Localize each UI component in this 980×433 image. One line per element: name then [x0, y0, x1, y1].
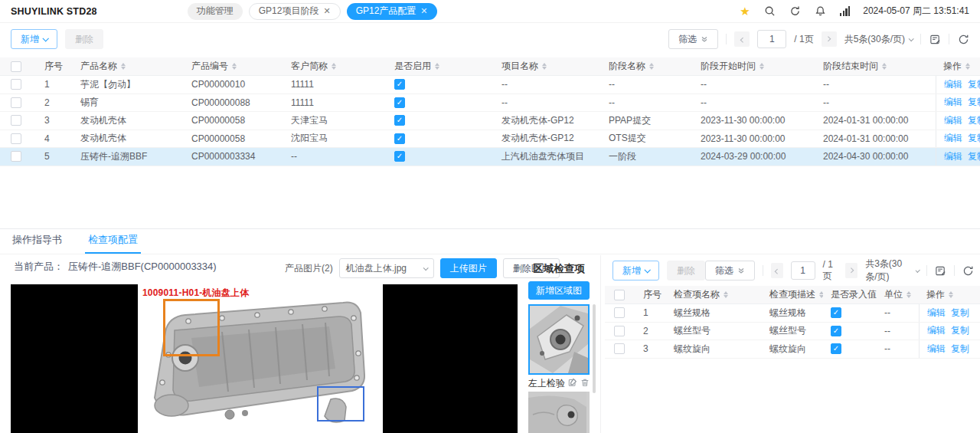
check-item-row[interactable]: 3螺纹旋向螺纹旋向✓--编辑复制	[605, 340, 980, 359]
column-header[interactable]: 是否启用	[387, 57, 494, 75]
column-header[interactable]: 产品编号	[184, 57, 283, 75]
region-scrollbar[interactable]	[593, 304, 596, 393]
enabled-checkbox[interactable]: ✓	[394, 97, 405, 108]
value-entry-checkbox[interactable]: ✓	[831, 343, 841, 354]
sort-icon[interactable]	[906, 289, 911, 300]
row-checkbox[interactable]	[11, 133, 21, 144]
check-prev-page-button[interactable]	[771, 263, 783, 278]
check-select-all-checkbox[interactable]	[614, 290, 625, 300]
edit-link[interactable]: 编辑	[944, 132, 962, 145]
close-tab-icon[interactable]: ✕	[420, 7, 427, 15]
column-header[interactable]: 检查项描述	[762, 286, 823, 303]
check-column-settings-icon[interactable]	[935, 264, 946, 277]
record-count-dropdown[interactable]: 共5条(30条/页)	[844, 33, 913, 46]
sort-icon[interactable]	[121, 61, 126, 72]
prev-page-button[interactable]	[734, 31, 750, 47]
enabled-checkbox[interactable]: ✓	[394, 133, 405, 144]
page-number-input[interactable]	[757, 30, 786, 48]
delete-check-item-button[interactable]: 删除	[667, 261, 705, 280]
column-settings-icon[interactable]	[929, 33, 941, 45]
notification-bell-icon[interactable]	[815, 5, 827, 18]
add-button[interactable]: 新增	[11, 29, 57, 49]
sort-icon[interactable]	[232, 61, 237, 72]
column-header[interactable]: 操作	[936, 57, 980, 75]
enabled-checkbox[interactable]: ✓	[394, 151, 405, 162]
copy-link[interactable]: 复制	[951, 307, 969, 320]
row-checkbox[interactable]	[614, 343, 625, 354]
select-all-checkbox[interactable]	[11, 61, 21, 72]
region-box-orange[interactable]	[163, 299, 220, 356]
check-next-page-button[interactable]	[845, 263, 858, 278]
value-entry-checkbox[interactable]: ✓	[831, 326, 841, 336]
check-filter-button[interactable]: 筛选	[705, 261, 755, 280]
check-item-row[interactable]: 2螺丝型号螺丝型号✓--编辑复制	[605, 323, 980, 341]
region-thumbnail-selected[interactable]	[528, 304, 590, 375]
row-checkbox[interactable]	[11, 97, 21, 108]
value-entry-checkbox[interactable]: ✓	[831, 307, 841, 318]
product-row[interactable]: 3发动机壳体CP00000058天津宝马✓发动机壳体-GP12PPAP提交202…	[0, 112, 980, 130]
enabled-checkbox[interactable]: ✓	[394, 79, 405, 90]
product-row[interactable]: 2锡育CP00000008811111✓--------编辑复制	[0, 94, 980, 113]
tab-operation-guide[interactable]: 操作指导书	[9, 228, 65, 254]
upload-image-button[interactable]: 上传图片	[440, 258, 497, 278]
image-select[interactable]: 机油盘上体.jpg	[339, 258, 434, 278]
region-box-blue[interactable]	[317, 386, 364, 422]
sort-icon[interactable]	[649, 61, 654, 72]
refresh-icon[interactable]	[789, 5, 802, 18]
product-row[interactable]: 4发动机壳体CP00000058沈阳宝马✓发动机壳体-GP12OTS提交2023…	[0, 130, 980, 149]
copy-link[interactable]: 复制	[951, 324, 969, 337]
check-reload-icon[interactable]	[962, 264, 974, 277]
row-checkbox[interactable]	[11, 79, 21, 90]
edit-link[interactable]: 编辑	[944, 78, 962, 91]
copy-link[interactable]: 复制	[968, 132, 980, 145]
column-header[interactable]: 阶段开始时间	[693, 57, 815, 75]
column-header[interactable]: 是否录入值	[823, 286, 877, 303]
row-checkbox[interactable]	[614, 326, 625, 336]
check-page-number-input[interactable]	[791, 261, 815, 280]
tab-gp12-project-phase[interactable]: GP12项目阶段 ✕	[249, 3, 341, 20]
edit-link[interactable]: 编辑	[927, 343, 946, 356]
sort-icon[interactable]	[724, 289, 728, 300]
column-header[interactable]: 客户简称	[283, 57, 387, 75]
close-tab-icon[interactable]: ✕	[323, 7, 330, 15]
edit-link[interactable]: 编辑	[944, 96, 962, 109]
product-row[interactable]: 1芋泥【勿动】CP0000001011111✓--------编辑复制	[0, 76, 980, 94]
tab-gp12-product-config[interactable]: GP12产品配置 ✕	[347, 3, 437, 20]
column-header[interactable]: 检查项名称	[666, 286, 762, 303]
check-item-row[interactable]: 1螺丝规格螺丝规格✓--编辑复制	[605, 304, 980, 323]
column-header[interactable]: 阶段结束时间	[815, 57, 936, 75]
sort-icon[interactable]	[965, 61, 970, 72]
delete-button[interactable]: 删除	[65, 29, 103, 49]
column-header[interactable]: 阶段名称	[601, 57, 693, 75]
next-page-button[interactable]	[822, 31, 837, 47]
column-header[interactable]: 产品名称	[73, 57, 184, 75]
add-check-item-button[interactable]: 新增	[612, 261, 659, 280]
check-record-count-dropdown[interactable]: 共3条(30条/页)	[865, 258, 919, 284]
copy-link[interactable]: 复制	[968, 96, 980, 109]
row-checkbox[interactable]	[614, 307, 625, 318]
enabled-checkbox[interactable]: ✓	[394, 115, 405, 126]
sort-icon[interactable]	[542, 61, 547, 72]
sort-icon[interactable]	[332, 61, 336, 72]
sort-icon[interactable]	[949, 289, 953, 300]
favorite-star-icon[interactable]: ★	[739, 5, 751, 18]
edit-link[interactable]: 编辑	[927, 324, 946, 337]
column-header[interactable]: 单位	[877, 286, 919, 303]
add-region-image-button[interactable]: 新增区域图	[528, 281, 590, 300]
copy-link[interactable]: 复制	[968, 150, 980, 163]
filter-button[interactable]: 筛选	[668, 29, 718, 49]
tab-function-manage[interactable]: 功能管理	[188, 3, 243, 20]
copy-link[interactable]: 复制	[951, 343, 969, 356]
sort-icon[interactable]	[760, 61, 764, 72]
copy-link[interactable]: 复制	[968, 78, 980, 91]
delete-region-icon[interactable]	[580, 378, 590, 389]
edit-region-icon[interactable]	[568, 378, 577, 389]
search-icon[interactable]	[764, 5, 776, 18]
edit-link[interactable]: 编辑	[927, 307, 946, 320]
edit-link[interactable]: 编辑	[944, 150, 962, 163]
copy-link[interactable]: 复制	[968, 114, 980, 127]
reload-table-icon[interactable]	[957, 33, 969, 45]
column-header[interactable]: 操作	[919, 286, 980, 303]
tab-check-item-config[interactable]: 检查项配置	[85, 228, 141, 254]
column-header[interactable]: 项目名称	[494, 57, 601, 75]
